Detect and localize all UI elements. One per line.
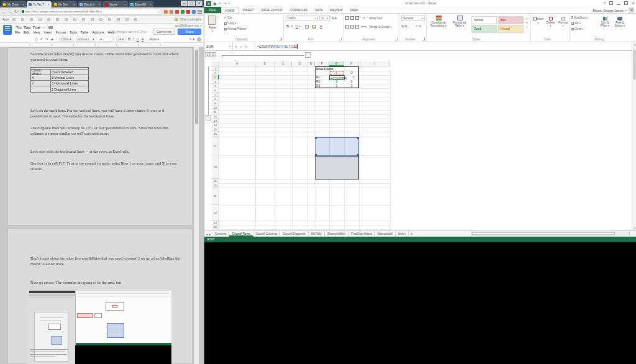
find-select-button[interactable]: Find &Select ▾ [613,17,627,27]
bookmark-item[interactable] [39,18,42,21]
indent-icons[interactable]: ⇤⇥ [361,25,366,28]
row-header-21[interactable]: 21 [212,188,219,205]
ribbon-tab-home[interactable]: HOME [221,7,239,13]
row-header-1[interactable]: 1 [212,66,219,71]
bold-button[interactable]: B [286,24,289,28]
doc-page-2[interactable]: Don't forget about the other five possib… [7,229,193,364]
bookmark-item[interactable] [134,18,137,21]
paint-format-icon[interactable]: ▰ [51,37,53,41]
print-icon[interactable]: ⎙ [35,37,37,42]
bold-button[interactable]: B [128,37,130,41]
grow-shrink-font-buttons[interactable]: A A [332,16,337,20]
extension-icon[interactable] [164,10,168,14]
outline-level-button-2[interactable]: 2 [211,52,216,57]
column-header-A[interactable]: A [219,61,255,66]
row-header-16[interactable]: 16 [212,132,219,137]
row-header-4[interactable]: 4 [212,80,219,84]
dialog-launcher-icon[interactable] [422,38,425,40]
row-header-17[interactable]: 17 [212,137,219,155]
horizontal-scrollbar[interactable] [471,232,630,235]
cell-H5[interactable]: 0 [344,84,359,88]
menu-format[interactable]: Format [55,30,65,34]
ribbon-tab-formulas[interactable]: FORMULAS [286,7,311,13]
chrome-menu-icon[interactable] [198,10,202,14]
italic-button[interactable]: I [291,24,293,28]
editing-mode-button[interactable]: ✎ ▾ [189,37,194,41]
delete-cells-button[interactable]: Delete▾ [545,17,556,27]
align-left-icon[interactable] [345,25,349,29]
browser-tab[interactable]: Vanes× [103,1,128,7]
other-bookmarks[interactable]: Other bookmarks [175,18,201,21]
format-painter-button[interactable]: Format Painter [224,27,247,30]
outline-level-button-1[interactable]: 1 [205,52,210,57]
cell-H4[interactable]: 0 [344,80,359,83]
fill-button[interactable]: Fill ▾ [571,22,580,25]
bookmark-item[interactable] [47,18,50,21]
docs-ruler[interactable]: 1234567 [0,43,204,47]
formula-range-highlight-F17-H17[interactable] [315,137,359,156]
help-icon[interactable]: ? [604,1,606,5]
cell-F5[interactable]: R3 [316,84,320,88]
menu-tools[interactable]: Tools [70,30,77,34]
row-header-23[interactable]: 23 [212,221,219,225]
cell-style-good[interactable]: Good [471,25,497,33]
autosum-button[interactable]: Σ AutoSum ▾ [571,16,588,19]
row-header-5[interactable]: 5 [212,84,219,88]
excel-account[interactable]: Mount, George James▾ [593,7,634,13]
sheet-tab-notes[interactable]: Notes [396,231,409,237]
extension-icon[interactable] [170,10,173,14]
collapse-row-group-button[interactable]: − [206,115,211,121]
align-bottom-icon[interactable] [355,16,359,20]
enter-icon[interactable]: ✓ [240,45,242,48]
row-header-9[interactable]: 9 [212,101,219,106]
row-header-13[interactable]: 13 [212,119,219,123]
row-header-3[interactable]: 3 [212,75,219,80]
cell-H3[interactable]: 0 [348,76,359,79]
name-box[interactable]: SUM▾ [204,42,233,50]
tab-close-icon[interactable]: × [73,2,75,6]
browser-tab[interactable]: Watch th× [78,1,102,7]
formula-input[interactable]: =COUNTIF(F$17:H$17,G$2 [255,42,636,50]
close-button[interactable]: ✕ [196,1,202,6]
dialog-launcher-icon[interactable] [339,38,342,40]
align-middle-icon[interactable] [350,16,354,20]
sheet-tab-showwhowon[interactable]: ShowwhoWon [325,231,348,237]
sort-filter-button[interactable]: Sort &Filter ▾ [598,17,612,27]
bookmark-item[interactable] [82,18,85,21]
row-header-20[interactable]: 20 [212,183,219,188]
underline-button[interactable]: U ▾ [296,24,301,28]
browser-tab[interactable]: Tic Tac T× [27,1,52,7]
zoom-select[interactable]: 100% ▾ [59,37,73,42]
column-header-B[interactable]: B [255,61,275,66]
paste-button[interactable]: Paste▾ [204,26,220,32]
tab-close-icon[interactable]: × [150,2,152,6]
more-button[interactable]: More ▾ [149,37,158,41]
row-header-11[interactable]: 11 [212,110,219,114]
column-header-H[interactable]: H [344,61,359,66]
close-button[interactable]: ✕ [632,1,635,5]
save-status[interactable]: All changes saved in Drive [112,30,147,34]
minimize-button[interactable]: — [181,1,188,6]
extension-icon[interactable] [186,10,190,14]
row-header-10[interactable]: 10 [212,106,219,110]
merge-center-button[interactable]: Merge & Center ▾ [370,25,392,29]
document-title[interactable]: Tic Tac Toe [16,25,40,30]
align-top-icon[interactable] [345,16,349,20]
font-color-icon[interactable]: A [320,24,322,29]
maximize-button[interactable]: ▢ [188,1,195,6]
browser-tab[interactable]: EdanyWi× [129,1,153,7]
menu-insert[interactable]: Insert [43,30,52,34]
ribbon-tab-data[interactable]: DATA [311,7,327,13]
ribbon-display-icon[interactable] [609,1,613,5]
row-header-2[interactable]: 2 [212,71,219,75]
cell-H2[interactable]: O [344,71,359,75]
italic-button[interactable]: I [133,37,134,41]
ribbon-tab-view[interactable]: VIEW [346,7,361,13]
cell-F4[interactable]: R2 [316,80,320,83]
sheet-tab-countif-columns[interactable]: Countif-Columns [253,231,280,237]
column-header-E[interactable]: E [307,61,315,66]
column-header-I[interactable]: I [359,61,390,66]
tab-close-icon[interactable]: × [124,2,126,6]
cell-style-bad[interactable]: Bad [498,16,524,24]
bookmark-item[interactable] [56,18,59,21]
